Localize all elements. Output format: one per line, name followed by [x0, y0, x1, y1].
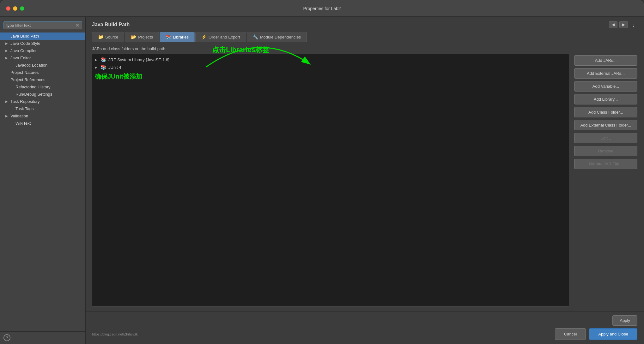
tab-projects[interactable]: 📂 Projects: [125, 32, 159, 42]
maximize-button[interactable]: [20, 6, 24, 11]
add-variable-button[interactable]: Add Variable...: [574, 81, 637, 92]
tree-item-label: JUnit 4: [108, 65, 121, 70]
sidebar: ✕ Java Build Path ▶ Java Code Style ▶ Ja…: [0, 17, 86, 344]
remove-button[interactable]: Remove: [574, 146, 637, 156]
library-icon: 📚: [100, 57, 106, 62]
tab-label: Module Dependencies: [260, 35, 301, 39]
sidebar-item-label: Task Tags: [15, 106, 34, 111]
sidebar-item-task-tags[interactable]: Task Tags: [0, 105, 85, 112]
expand-icon: ▶: [5, 56, 9, 60]
sidebar-item-label: Refactoring History: [15, 85, 51, 89]
minimize-button[interactable]: [13, 6, 17, 11]
sidebar-item-label: Javadoc Location: [15, 63, 47, 68]
content-area: JARs and class folders on the build path…: [86, 42, 644, 311]
footer-bottom: https://blog.csdn.net/ZhifanSk Cancel Ap…: [92, 328, 637, 340]
source-tab-icon: 📁: [98, 34, 103, 39]
sidebar-item-run-debug-settings[interactable]: Run/Debug Settings: [0, 91, 85, 98]
forward-button[interactable]: ▶: [619, 21, 628, 28]
sidebar-item-label: Project References: [10, 77, 46, 82]
buttons-panel: Add JARs... Add External JARs... Add Var…: [574, 46, 637, 307]
sidebar-item-label: Java Editor: [10, 56, 31, 60]
sidebar-item-label: Validation: [10, 114, 28, 118]
tree-item-label: JRE System Library [JavaSE-1.8]: [108, 57, 169, 62]
footer: Apply https://blog.csdn.net/ZhifanSk Can…: [86, 311, 644, 344]
expand-icon: ▶: [5, 49, 9, 52]
sidebar-item-project-references[interactable]: Project References: [0, 76, 85, 83]
tab-order-export[interactable]: ⚡ Order and Export: [195, 32, 246, 42]
tab-module-dependencies[interactable]: 🔧 Module Dependencies: [247, 32, 307, 42]
sidebar-item-validation[interactable]: ▶ Validation: [0, 112, 85, 120]
tree-item-jre[interactable]: ▶ 📚 JRE System Library [JavaSE-1.8]: [92, 56, 569, 63]
footer-top: Apply: [92, 315, 637, 326]
sidebar-item-label: WikiText: [15, 121, 31, 126]
window-title: Properties for Lab2: [303, 6, 341, 11]
panel-header: Java Build Path ◀ ▶ ⋮ 📁 Source 📂 Project: [86, 17, 644, 42]
order-export-tab-icon: ⚡: [201, 34, 207, 39]
tree-view: ▶ 📚 JRE System Library [JavaSE-1.8] ▶ 📚 …: [92, 54, 569, 307]
sidebar-item-java-build-path[interactable]: Java Build Path: [0, 33, 85, 40]
sidebar-item-wikitext[interactable]: WikiText: [0, 120, 85, 127]
expand-icon: ▶: [5, 114, 9, 118]
search-box[interactable]: ✕: [3, 21, 82, 29]
sidebar-item-javadoc-location[interactable]: Javadoc Location: [0, 62, 85, 69]
tree-expand-icon: ▶: [95, 58, 99, 62]
library-icon: 📚: [100, 64, 106, 70]
tab-label: Libraries: [173, 35, 189, 39]
edit-button[interactable]: Edit...: [574, 133, 637, 143]
sidebar-item-java-compiler[interactable]: ▶ Java Compiler: [0, 47, 85, 54]
sidebar-item-label: Java Compiler: [10, 48, 37, 53]
build-path-panel: JARs and class folders on the build path…: [92, 46, 569, 307]
tree-expand-icon: ▶: [95, 66, 99, 69]
back-button[interactable]: ◀: [609, 21, 617, 28]
add-external-jars-button[interactable]: Add External JARs...: [574, 68, 637, 79]
close-button[interactable]: [6, 6, 10, 11]
tree-item-junit[interactable]: ▶ 📚 JUnit 4: [92, 63, 569, 71]
migrate-jar-button[interactable]: Migrate JAR File...: [574, 159, 637, 169]
sidebar-item-label: Java Code Style: [10, 41, 40, 46]
tabs: 📁 Source 📂 Projects 📚 Libraries ⚡ Order …: [92, 32, 637, 42]
sidebar-item-label: Task Repository: [10, 99, 39, 104]
libraries-tab-icon: 📚: [166, 34, 171, 39]
tab-libraries[interactable]: 📚 Libraries: [160, 32, 195, 42]
tab-source[interactable]: 📁 Source: [92, 32, 124, 42]
panel-title: Java Build Path: [92, 22, 637, 27]
footer-buttons: Cancel Apply and Close: [555, 328, 637, 340]
sidebar-item-java-editor[interactable]: ▶ Java Editor: [0, 54, 85, 62]
search-input[interactable]: [6, 23, 74, 28]
tab-label: Order and Export: [209, 35, 240, 39]
traffic-lights: [6, 6, 24, 11]
sidebar-bottom: ?: [0, 331, 85, 344]
description-text: JARs and class folders on the build path…: [92, 46, 569, 51]
main-window: Properties for Lab2 ✕ Java Build Path ▶ …: [0, 0, 644, 344]
add-class-folder-button[interactable]: Add Class Folder...: [574, 107, 637, 117]
add-library-button[interactable]: Add Library...: [574, 94, 637, 104]
title-bar: Properties for Lab2: [0, 0, 644, 17]
more-options-icon[interactable]: ⋮: [630, 22, 637, 28]
help-button[interactable]: ?: [3, 334, 10, 341]
sidebar-item-label: Run/Debug Settings: [15, 92, 52, 97]
projects-tab-icon: 📂: [131, 34, 136, 39]
right-panel: Java Build Path ◀ ▶ ⋮ 📁 Source 📂 Project: [86, 17, 644, 344]
main-content: ✕ Java Build Path ▶ Java Code Style ▶ Ja…: [0, 17, 644, 344]
annotation-confirm-junit: 确保JUnit被添加: [95, 73, 142, 80]
expand-icon: ▶: [5, 100, 9, 103]
apply-and-close-button[interactable]: Apply and Close: [589, 328, 637, 340]
add-external-class-folder-button[interactable]: Add External Class Folder...: [574, 120, 637, 130]
sidebar-item-label: Project Natures: [10, 70, 39, 75]
module-dep-tab-icon: 🔧: [253, 34, 258, 39]
tab-label: Source: [105, 35, 118, 39]
sidebar-item-task-repository[interactable]: ▶ Task Repository: [0, 98, 85, 105]
apply-button[interactable]: Apply: [612, 315, 637, 326]
sidebar-nav: Java Build Path ▶ Java Code Style ▶ Java…: [0, 33, 85, 331]
tab-label: Projects: [138, 35, 153, 39]
sidebar-item-label: Java Build Path: [10, 34, 39, 39]
search-clear-icon[interactable]: ✕: [76, 23, 79, 28]
sidebar-item-refactoring-history[interactable]: Refactoring History: [0, 83, 85, 91]
sidebar-item-project-natures[interactable]: Project Natures: [0, 69, 85, 76]
cancel-button[interactable]: Cancel: [555, 328, 586, 340]
add-jars-button[interactable]: Add JARs...: [574, 55, 637, 66]
footer-url: https://blog.csdn.net/ZhifanSk: [92, 332, 138, 336]
expand-icon: ▶: [5, 42, 9, 45]
sidebar-item-java-code-style[interactable]: ▶ Java Code Style: [0, 40, 85, 47]
